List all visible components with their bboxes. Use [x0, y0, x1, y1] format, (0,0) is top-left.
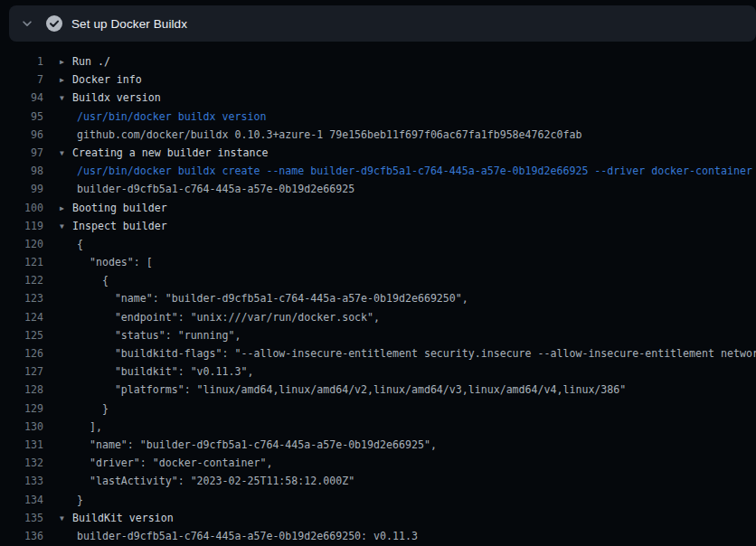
line-number[interactable]: 1	[0, 52, 43, 71]
log-row: 95 /usr/bin/docker buildx version	[0, 108, 756, 126]
group-title[interactable]: BuildKit version	[72, 512, 174, 524]
log-line-text: /usr/bin/docker buildx version	[77, 108, 266, 126]
log-line-text: {	[77, 271, 109, 289]
log-viewer: Set up Docker Buildx 1 ▶Run ./ 7 ▶Docker…	[0, 0, 756, 546]
log-line-text: "name": "builder-d9cfb5a1-c764-445a-a57e…	[77, 289, 468, 307]
log-row[interactable]: 97 ▼Creating a new builder instance	[0, 144, 756, 162]
check-circle-icon	[45, 14, 63, 33]
line-number[interactable]: 124	[0, 308, 43, 326]
log-line-text: "name": "builder-d9cfb5a1-c764-445a-a57e…	[77, 436, 437, 454]
log-row[interactable]: 119 ▼Inspect builder	[0, 217, 756, 235]
group-arrow-collapsed-icon[interactable]: ▶	[60, 71, 72, 89]
log-row: 132 "driver": "docker-container",	[0, 454, 756, 472]
step-title: Set up Docker Buildx	[71, 17, 187, 31]
line-number[interactable]: 95	[0, 108, 43, 126]
line-number[interactable]: 126	[0, 344, 43, 362]
line-number[interactable]: 100	[0, 199, 43, 217]
log-row[interactable]: 94 ▼Buildx version	[0, 89, 756, 107]
log-line-text: "platforms": "linux/amd64,linux/amd64/v2…	[77, 381, 626, 399]
line-number[interactable]: 123	[0, 289, 43, 307]
log-line-text: "driver": "docker-container",	[77, 454, 272, 472]
line-number[interactable]: 125	[0, 326, 43, 344]
line-number[interactable]: 135	[0, 509, 43, 527]
log-row: 134 }	[0, 491, 756, 509]
log-row: 99 builder-d9cfb5a1-c764-445a-a57e-0b19d…	[0, 180, 756, 198]
group-arrow-expanded-icon[interactable]: ▼	[60, 218, 72, 235]
log-line-text: builder-d9cfb5a1-c764-445a-a57e-0b19d2e6…	[77, 527, 418, 545]
log-line-text[interactable]: ▶Booting builder	[60, 199, 167, 217]
log-line-text: "nodes": [	[77, 253, 153, 271]
line-number[interactable]: 98	[0, 162, 43, 180]
log-row: 122 {	[0, 271, 756, 289]
line-number[interactable]: 131	[0, 436, 43, 454]
line-number[interactable]: 122	[0, 271, 43, 289]
log-line-text[interactable]: ▼Inspect builder	[60, 217, 167, 235]
log-line-text[interactable]: ▶Run ./	[60, 52, 110, 71]
group-title[interactable]: Buildx version	[72, 91, 161, 104]
group-arrow-expanded-icon[interactable]: ▼	[60, 89, 72, 107]
group-title[interactable]: Docker info	[72, 73, 142, 86]
log-line-text[interactable]: ▼BuildKit version	[60, 509, 174, 527]
group-title[interactable]: Booting builder	[72, 202, 167, 214]
step-header[interactable]: Set up Docker Buildx	[9, 5, 756, 42]
line-number[interactable]: 96	[0, 126, 43, 144]
log-row: 96 github.com/docker/buildx 0.10.3+azure…	[0, 126, 756, 144]
group-arrow-collapsed-icon[interactable]: ▶	[60, 200, 72, 217]
log-line-text: "buildkit": "v0.11.3",	[77, 362, 253, 381]
line-number[interactable]: 129	[0, 400, 43, 418]
group-arrow-collapsed-icon[interactable]: ▶	[60, 53, 72, 71]
log-row: 127 "buildkit": "v0.11.3",	[0, 362, 756, 381]
chevron-down-icon[interactable]	[20, 16, 34, 31]
log-line-text: github.com/docker/buildx 0.10.3+azure-1 …	[77, 126, 581, 144]
log-line-text: "buildkitd-flags": "--allow-insecure-ent…	[77, 344, 756, 362]
log-area: 1 ▶Run ./ 7 ▶Docker info 94 ▼Buildx vers…	[0, 42, 756, 546]
log-row: 136 builder-d9cfb5a1-c764-445a-a57e-0b19…	[0, 527, 756, 545]
log-line-text: {	[77, 235, 83, 253]
group-title[interactable]: Run ./	[72, 55, 110, 68]
log-row: 129 }	[0, 400, 756, 418]
log-row[interactable]: 100 ▶Booting builder	[0, 199, 756, 217]
log-line-text: }	[77, 491, 83, 509]
log-row[interactable]: 7 ▶Docker info	[0, 71, 756, 89]
line-number[interactable]: 132	[0, 454, 43, 472]
group-arrow-expanded-icon[interactable]: ▼	[60, 145, 72, 162]
log-row[interactable]: 1 ▶Run ./	[0, 52, 756, 71]
log-line-text[interactable]: ▼Creating a new builder instance	[60, 144, 268, 162]
line-number[interactable]: 130	[0, 418, 43, 436]
line-number[interactable]: 97	[0, 144, 43, 162]
log-row: 120 {	[0, 235, 756, 253]
group-arrow-expanded-icon[interactable]: ▼	[60, 510, 72, 527]
line-number[interactable]: 136	[0, 527, 43, 545]
log-line-text: }	[77, 400, 109, 418]
log-line-text: "lastActivity": "2023-02-25T11:58:12.000…	[77, 472, 354, 490]
group-title[interactable]: Inspect builder	[72, 220, 167, 232]
line-number[interactable]: 7	[0, 71, 43, 89]
log-row[interactable]: 135 ▼BuildKit version	[0, 509, 756, 527]
log-row: 130 ],	[0, 418, 756, 436]
log-line-text[interactable]: ▶Docker info	[60, 71, 142, 89]
line-number[interactable]: 133	[0, 472, 43, 490]
line-number[interactable]: 94	[0, 89, 43, 107]
log-row: 121 "nodes": [	[0, 253, 756, 271]
line-number[interactable]: 127	[0, 362, 43, 381]
log-row: 128 "platforms": "linux/amd64,linux/amd6…	[0, 381, 756, 399]
log-row: 133 "lastActivity": "2023-02-25T11:58:12…	[0, 472, 756, 490]
line-number[interactable]: 120	[0, 235, 43, 253]
log-row: 125 "status": "running",	[0, 326, 756, 344]
line-number[interactable]: 134	[0, 491, 43, 509]
log-line-text: /usr/bin/docker buildx create --name bui…	[77, 162, 752, 180]
line-number[interactable]: 99	[0, 180, 43, 198]
line-number[interactable]: 128	[0, 381, 43, 399]
log-row: 131 "name": "builder-d9cfb5a1-c764-445a-…	[0, 436, 756, 454]
log-row: 123 "name": "builder-d9cfb5a1-c764-445a-…	[0, 289, 756, 307]
log-row: 98 /usr/bin/docker buildx create --name …	[0, 162, 756, 180]
log-line-text: "status": "running",	[77, 326, 241, 344]
log-line-text[interactable]: ▼Buildx version	[60, 89, 161, 107]
group-title[interactable]: Creating a new builder instance	[72, 146, 268, 159]
line-number[interactable]: 121	[0, 253, 43, 271]
log-row: 126 "buildkitd-flags": "--allow-insecure…	[0, 344, 756, 362]
log-row: 124 "endpoint": "unix:///var/run/docker.…	[0, 308, 756, 326]
log-line-text: builder-d9cfb5a1-c764-445a-a57e-0b19d2e6…	[77, 180, 354, 198]
line-number[interactable]: 119	[0, 217, 43, 235]
log-line-text: "endpoint": "unix:///var/run/docker.sock…	[77, 308, 380, 326]
